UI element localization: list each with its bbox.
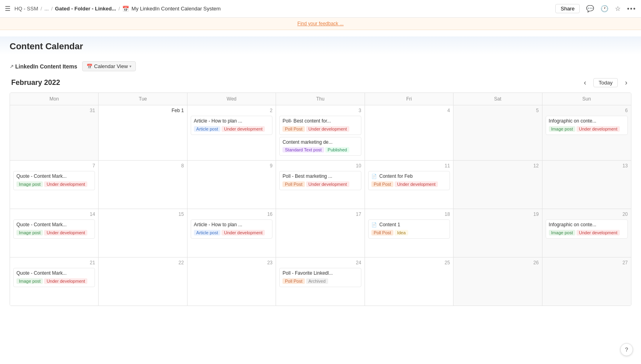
event-0-2-0[interactable]: Article - How to plan ...Article postUnd… [191, 116, 272, 135]
calendar-day-3-0: 21Quote - Content Mark...Image postUnder… [10, 257, 99, 306]
event-1-4-0[interactable]: 📄 Content for FebPoll PostUnder developm… [368, 171, 450, 190]
day-number: 4 [368, 108, 450, 113]
tag-poll: Poll Post [282, 278, 304, 284]
event-1-3-0[interactable]: Poll - Best marketing ...Poll PostUnder … [279, 171, 361, 190]
event-title: Quote - Content Mark... [16, 270, 92, 277]
breadcrumb-gated[interactable]: Gated - Folder - Linked... [55, 6, 116, 12]
calendar-day-2-6: 20Infographic on conte...Image postUnder… [542, 209, 631, 257]
today-button[interactable]: Today [593, 78, 618, 87]
event-0-6-0[interactable]: Infographic on conte...Image postUnder d… [546, 116, 628, 135]
tag-under: Under development [44, 181, 87, 187]
event-title: Poll - Favorite Linkedl... [282, 270, 358, 277]
calendar-day-3-4: 25 [365, 257, 454, 306]
arrow-icon: ↗ [10, 64, 14, 69]
day-number: 15 [102, 211, 183, 217]
calendar-week-2: 14Quote - Content Mark...Image postUnder… [10, 209, 631, 257]
calendar-week-0: 31Feb 12Article - How to plan ...Article… [10, 105, 631, 161]
event-title: Poll - Best marketing ... [282, 173, 358, 180]
day-number: 24 [279, 260, 361, 265]
calendar-day-0-4: 4 [365, 105, 454, 160]
day-number: 23 [191, 260, 272, 265]
tag-poll: Poll Post [371, 181, 393, 187]
calendar-view-label: Calendar View [94, 63, 128, 69]
calendar-day-2-2: 16Article - How to plan ...Article postU… [187, 209, 276, 257]
event-title: 📄 Content for Feb [371, 173, 447, 180]
calendar-day-0-1: Feb 1 [99, 105, 187, 160]
event-title: Poll- Best content for... [282, 118, 358, 125]
tag-under: Under development [576, 126, 620, 132]
breadcrumb-ellipsis[interactable]: ... [44, 6, 49, 12]
more-icon[interactable]: ••• [627, 5, 636, 12]
prev-month-button[interactable]: ‹ [581, 78, 589, 88]
tag-poll: Poll Post [371, 230, 393, 235]
day-number: 3 [279, 108, 361, 113]
event-title: Content marketing de... [282, 139, 358, 146]
event-1-0-0[interactable]: Quote - Content Mark...Image postUnder d… [13, 171, 95, 190]
day-number: 31 [13, 108, 95, 113]
event-2-0-0[interactable]: Quote - Content Mark...Image postUnder d… [13, 219, 95, 239]
calendar-week-3: 21Quote - Content Mark...Image postUnder… [10, 257, 631, 306]
calendar-day-0-3: 3Poll- Best content for...Poll PostUnder… [276, 105, 365, 160]
day-number: 16 [191, 211, 272, 217]
calendar-day-2-1: 15 [99, 209, 187, 257]
day-number: 13 [546, 163, 628, 169]
calendar-grid: Mon Tue Wed Thu Fri Sat Sun 31Feb 12Arti… [10, 93, 631, 306]
day-number: 20 [546, 211, 628, 217]
day-headers: Mon Tue Wed Thu Fri Sat Sun [10, 93, 631, 105]
day-number: 7 [13, 163, 95, 169]
tag-image: Image post [549, 126, 575, 132]
day-number: 19 [457, 211, 538, 217]
day-number: 18 [368, 211, 450, 217]
tag-image: Image post [16, 181, 43, 187]
day-number: 5 [457, 108, 538, 113]
calendar-day-1-4: 11📄 Content for FebPoll PostUnder develo… [365, 161, 454, 209]
history-icon[interactable]: 🕐 [601, 5, 609, 12]
event-0-3-1[interactable]: Content marketing de...Standard Text pos… [279, 137, 361, 156]
event-2-4-0[interactable]: 📄 Content 1Poll PostIdea [368, 219, 450, 239]
menu-icon[interactable]: ☰ [5, 5, 10, 12]
feedback-banner: Find your feedback ... [0, 18, 641, 30]
calendar-day-2-4: 18📄 Content 1Poll PostIdea [365, 209, 454, 257]
day-number: 12 [457, 163, 538, 169]
calendar-day-0-6: 6Infographic on conte...Image postUnder … [542, 105, 631, 160]
calendar-day-2-3: 17 [276, 209, 365, 257]
day-header-thu: Thu [276, 93, 365, 105]
topbar: ☰ HQ - SSM / ... / Gated - Folder - Link… [0, 0, 641, 18]
event-2-6-0[interactable]: Infographic on conte...Image postUnder d… [546, 219, 628, 239]
tag-article: Article post [194, 126, 220, 132]
linkedin-items-link[interactable]: ↗ LinkedIn Content Items [10, 63, 77, 70]
calendar-day-3-1: 22 [99, 257, 187, 306]
share-button[interactable]: Share [555, 4, 580, 13]
comment-icon[interactable]: 💬 [586, 5, 594, 12]
tag-article: Article post [194, 230, 220, 235]
breadcrumb-hq[interactable]: HQ - SSM [14, 6, 38, 12]
day-number: 8 [102, 163, 183, 169]
tag-under: Under development [44, 230, 87, 235]
calendar-day-1-0: 7Quote - Content Mark...Image postUnder … [10, 161, 99, 209]
calendar-day-3-6: 27 [542, 257, 631, 306]
event-0-3-0[interactable]: Poll- Best content for...Poll PostUnder … [279, 116, 361, 135]
calendar-day-3-2: 23 [187, 257, 276, 306]
items-header: ↗ LinkedIn Content Items 📅 Calendar View… [10, 61, 631, 71]
calendar-week-1: 7Quote - Content Mark...Image postUnder … [10, 161, 631, 209]
day-number: 22 [102, 260, 183, 265]
star-icon[interactable]: ☆ [615, 5, 621, 12]
event-2-2-0[interactable]: Article - How to plan ...Article postUnd… [191, 219, 272, 239]
calendar-nav: ‹ Today › [581, 78, 630, 88]
breadcrumb-sep-1: / [40, 6, 42, 12]
next-month-button[interactable]: › [623, 78, 630, 88]
calendar-day-1-1: 8 [99, 161, 187, 209]
event-3-0-0[interactable]: Quote - Content Mark...Image postUnder d… [13, 268, 95, 287]
feedback-link[interactable]: Find your feedback ... [297, 21, 343, 26]
linkedin-items-label: LinkedIn Content Items [15, 63, 77, 70]
tag-standard: Standard Text post [282, 147, 324, 153]
calendar-view-button[interactable]: 📅 Calendar View ▾ [82, 61, 136, 71]
tag-under: Under development [306, 181, 349, 187]
day-header-wed: Wed [187, 93, 276, 105]
tag-under: Under development [44, 278, 87, 284]
event-3-3-0[interactable]: Poll - Favorite Linkedl...Poll PostArchi… [279, 268, 361, 287]
calendar-day-3-5: 26 [454, 257, 542, 306]
topbar-left: ☰ HQ - SSM / ... / Gated - Folder - Link… [5, 5, 221, 12]
day-header-fri: Fri [365, 93, 454, 105]
calendar-day-0-2: 2Article - How to plan ...Article postUn… [187, 105, 276, 160]
